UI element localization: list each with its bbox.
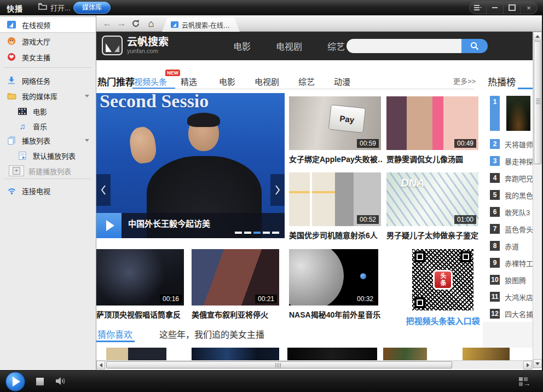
hot-list-item[interactable]: 4奔跑吧兄弟 bbox=[490, 173, 539, 183]
new-badge: NEW bbox=[165, 70, 180, 76]
video-title: 男子疑儿子太帅做亲子鉴定 bbox=[386, 229, 481, 240]
carousel-prev-button[interactable] bbox=[96, 174, 111, 206]
carousel-dot[interactable] bbox=[253, 232, 261, 234]
hot-list-item[interactable]: 5我的黑色小礼服 bbox=[490, 190, 539, 200]
hot-list-item[interactable]: 3暴走神探 bbox=[490, 156, 533, 166]
tab-movies[interactable]: 电影 bbox=[219, 76, 235, 87]
carousel-next-button[interactable] bbox=[270, 174, 285, 206]
horizontal-scroll-thumb[interactable] bbox=[106, 361, 452, 368]
video-thumbnail: 00:52 bbox=[289, 172, 381, 226]
video-card[interactable]: Pay 00:59 女子绑定ApplePay失败被… bbox=[289, 96, 381, 164]
volume-button[interactable] bbox=[55, 376, 67, 389]
sidebar-item-my-media-library[interactable]: 我的媒体库 bbox=[0, 88, 96, 103]
browser-toolbar: ← → ⌂ 云帆搜索-在线… bbox=[96, 15, 542, 32]
minimize-button[interactable] bbox=[486, 2, 503, 14]
horizontal-scrollbar[interactable] bbox=[96, 360, 533, 369]
tab-guess-you-like[interactable]: 猜你喜欢 bbox=[97, 327, 132, 341]
scroll-right-button[interactable] bbox=[523, 361, 532, 370]
site-logo[interactable]: 云帆搜索 yunfan.com bbox=[102, 36, 169, 55]
duration-badge: 01:00 bbox=[454, 215, 476, 224]
sidebar-item-playlists[interactable]: 播放列表 bbox=[0, 132, 96, 148]
main-menu-button[interactable] bbox=[470, 2, 486, 14]
tab-variety[interactable]: 综艺 bbox=[298, 76, 315, 87]
sidebar-item-music[interactable]: ♫ 音乐 bbox=[0, 118, 96, 134]
carousel-dot[interactable] bbox=[263, 232, 270, 234]
video-thumbnail: 00:32 bbox=[289, 249, 378, 305]
maximize-button[interactable] bbox=[503, 2, 520, 14]
film-icon bbox=[18, 107, 27, 116]
sidebar-item-connect-tv[interactable]: 连接电视 bbox=[0, 183, 96, 198]
sidebar-item-network-tasks[interactable]: 网络任务 bbox=[0, 73, 96, 88]
hot-list-item[interactable]: 12四大名捕大结局 bbox=[490, 309, 539, 319]
hot-list-item[interactable]: 2天将雄师 bbox=[490, 139, 533, 149]
video-card[interactable]: DNA 01:00 男子疑儿子太帅做亲子鉴定 bbox=[386, 172, 478, 240]
sidebar-item-movies[interactable]: 电影 bbox=[0, 103, 96, 119]
video-card[interactable]: 00:21 美俄宣布叙利亚将停火 bbox=[192, 249, 284, 320]
carousel-dot[interactable] bbox=[244, 232, 251, 234]
site-nav-movies[interactable]: 电影 bbox=[233, 39, 251, 53]
hot-chart-header[interactable]: 热播榜 bbox=[488, 74, 516, 88]
bottom-thumbnail[interactable] bbox=[96, 348, 166, 360]
scroll-left-button[interactable] bbox=[96, 361, 105, 370]
arrow-right-icon: → bbox=[523, 379, 530, 388]
hot-list-item[interactable]: 6敢死队3 bbox=[490, 207, 530, 217]
video-title: NASA揭秘40年前外星音乐 bbox=[289, 309, 383, 320]
bottom-thumbnail[interactable] bbox=[192, 348, 279, 360]
stop-button[interactable] bbox=[36, 378, 44, 385]
search-input[interactable] bbox=[346, 39, 461, 53]
carousel-play-button[interactable] bbox=[96, 213, 122, 238]
vertical-scrollbar[interactable] bbox=[533, 32, 542, 369]
bottom-thumbnail[interactable] bbox=[463, 348, 510, 360]
tab-beauty-anchors[interactable]: 这些年，我们追的美女主播 bbox=[159, 327, 264, 341]
sidebar-item-beauty-anchor[interactable]: 美女主播 bbox=[0, 49, 96, 65]
vertical-scroll-thumb[interactable] bbox=[534, 41, 541, 164]
sidebar-item-default-playlist[interactable]: 默认播放列表 bbox=[0, 148, 96, 163]
hot-list-item[interactable]: 10狼图腾 bbox=[490, 275, 526, 285]
refresh-button[interactable] bbox=[129, 17, 142, 30]
tab-anime[interactable]: 动漫 bbox=[334, 76, 350, 87]
tab-video-headlines[interactable]: 视频头条 NEW bbox=[134, 76, 167, 87]
close-button[interactable]: × bbox=[520, 2, 537, 14]
tab-tv[interactable]: 电视剧 bbox=[255, 76, 279, 87]
site-nav-tv[interactable]: 电视剧 bbox=[276, 39, 302, 53]
open-file-button[interactable]: 打开... bbox=[34, 2, 75, 13]
video-card[interactable]: 00:49 贾静雯调侃女儿像汤圆 bbox=[386, 96, 478, 164]
forward-button[interactable]: → bbox=[115, 17, 128, 30]
play-button[interactable] bbox=[5, 372, 25, 391]
site-nav-variety[interactable]: 综艺 bbox=[327, 39, 345, 53]
tab-hot-recommend[interactable]: 热门推荐 bbox=[97, 74, 135, 88]
collapse-caret-icon[interactable] bbox=[85, 139, 89, 142]
collapse-caret-icon[interactable] bbox=[85, 95, 89, 97]
scroll-down-button[interactable] bbox=[533, 359, 542, 368]
hot-item-poster[interactable] bbox=[506, 96, 530, 131]
search-button[interactable] bbox=[461, 39, 488, 53]
video-card[interactable]: 00:52 美国优步司机随意射杀6人 bbox=[289, 172, 381, 240]
sidebar-item-new-playlist[interactable]: + 新建播放列表 bbox=[0, 163, 96, 178]
carousel-dot[interactable] bbox=[272, 232, 279, 234]
carousel-dot[interactable] bbox=[235, 232, 242, 234]
app-logo[interactable]: 快播 bbox=[7, 3, 23, 14]
hot-list-item[interactable]: 9赤裸特工 bbox=[490, 258, 533, 268]
hot-list-item[interactable]: 7蓝色骨头 bbox=[490, 224, 533, 234]
folder-open-icon bbox=[38, 3, 47, 11]
tab-selected[interactable]: 精选 bbox=[181, 76, 197, 87]
bottom-thumbnail[interactable] bbox=[383, 348, 427, 360]
video-title: 女子绑定ApplePay失败被… bbox=[289, 153, 383, 164]
scroll-up-button[interactable] bbox=[533, 32, 542, 41]
home-button[interactable]: ⌂ bbox=[145, 17, 158, 30]
playlist-toggle-button[interactable]: → bbox=[519, 377, 531, 386]
hot-list-item[interactable]: 8赤道 bbox=[490, 241, 519, 251]
media-library-button[interactable]: 媒体库 bbox=[73, 2, 111, 14]
sidebar-item-game-hall[interactable]: 游戏大厅 bbox=[0, 33, 96, 49]
hot-list-item[interactable]: 11大鸿米店 bbox=[490, 292, 533, 302]
more-link[interactable]: 更多>> bbox=[453, 76, 476, 86]
bottom-thumbnail[interactable] bbox=[287, 348, 377, 360]
search-bar bbox=[346, 39, 488, 53]
back-button[interactable]: ← bbox=[101, 17, 114, 30]
sidebar-item-label: 我的媒体库 bbox=[22, 91, 57, 101]
browser-tab[interactable]: 云帆搜索-在线… bbox=[162, 18, 240, 32]
video-card[interactable]: 00:16 萨顶顶央视假唱话筒拿反 bbox=[96, 249, 188, 320]
carousel[interactable]: Second Sessio 中国外长王毅今起访美 bbox=[96, 93, 285, 238]
video-card[interactable]: 00:32 NASA揭秘40年前外星音乐 bbox=[289, 249, 381, 320]
sidebar-item-online-video[interactable]: 在线视频 bbox=[0, 16, 96, 33]
